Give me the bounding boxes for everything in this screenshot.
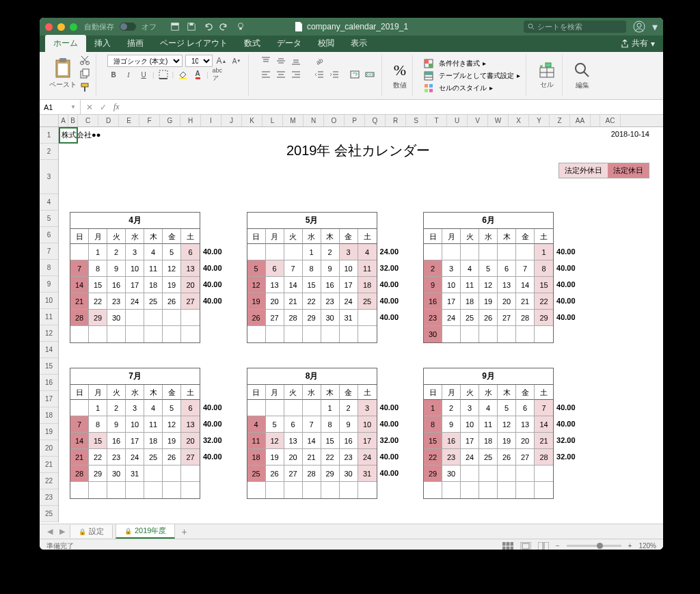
add-sheet-button[interactable]: + — [178, 526, 190, 537]
calendar-cell[interactable]: 20 — [181, 277, 200, 293]
save-icon[interactable] — [187, 22, 196, 31]
row-header[interactable]: 3 — [40, 160, 58, 194]
calendar-cell[interactable]: 6 — [498, 260, 516, 277]
maximize-button[interactable] — [70, 23, 77, 31]
calendar-cell[interactable]: 25 — [144, 449, 163, 465]
column-header[interactable]: M — [283, 115, 304, 126]
calendar-cell[interactable] — [266, 244, 284, 260]
calendar-cell[interactable]: 18 — [358, 277, 377, 293]
calendar-cell[interactable]: 14 — [284, 277, 303, 293]
calendar-cell[interactable]: 3 — [358, 400, 377, 416]
calendar-cell[interactable]: 16 — [442, 433, 461, 449]
calendar-cell[interactable]: 30 — [442, 465, 461, 482]
calendar-cell[interactable]: 27 — [266, 310, 284, 326]
calendar-cell[interactable]: 23 — [107, 293, 126, 310]
conditional-format-button[interactable]: 条件付き書式 ▸ — [424, 59, 520, 68]
calendar-cell[interactable] — [340, 482, 358, 498]
calendar-cell[interactable]: 7 — [70, 416, 89, 433]
column-header[interactable]: F — [139, 115, 160, 126]
calendar-cell[interactable]: 2 — [442, 400, 461, 416]
calendar-cell[interactable]: 28 — [284, 310, 303, 326]
calendar-cell[interactable]: 5 — [498, 400, 516, 416]
decrease-font-icon[interactable]: A▼ — [230, 55, 243, 67]
tab-review[interactable]: 校閲 — [310, 35, 342, 52]
calendar-cell[interactable]: 11 — [144, 416, 163, 433]
underline-button[interactable]: U — [137, 68, 150, 81]
calendar-cell[interactable]: 5 — [266, 416, 284, 433]
calendar-cell[interactable]: 13 — [516, 416, 535, 433]
calendar-cell[interactable]: 11 — [144, 260, 163, 277]
calendar-cell[interactable]: 19 — [479, 293, 498, 310]
calendar-cell[interactable]: 23 — [340, 449, 358, 465]
calendar-cell[interactable] — [442, 326, 461, 342]
column-header[interactable] — [591, 115, 600, 126]
calendar-cell[interactable]: 24 — [461, 449, 479, 465]
calendar-cell[interactable]: 1 — [303, 244, 321, 260]
calendar-cell[interactable]: 15 — [89, 277, 107, 293]
calendar-cell[interactable]: 10 — [442, 277, 461, 293]
calendar-cell[interactable]: 17 — [461, 433, 479, 449]
redo-icon[interactable] — [219, 22, 229, 31]
tab-draw[interactable]: 描画 — [119, 35, 152, 52]
share-button[interactable]: 共有 ▾ — [612, 35, 663, 52]
column-header[interactable]: L — [262, 115, 283, 126]
calendar-cell[interactable]: 11 — [358, 260, 377, 277]
calendar-cell[interactable]: 13 — [498, 277, 516, 293]
calendar-cell[interactable]: 12 — [247, 277, 266, 293]
calendar-cell[interactable]: 4 — [144, 244, 163, 260]
row-header[interactable]: 23 — [40, 489, 58, 506]
calendar-cell[interactable]: 25 — [479, 449, 498, 465]
calendar-cell[interactable]: 17 — [340, 277, 358, 293]
calendar-cell[interactable] — [284, 244, 303, 260]
calendar-cell[interactable]: 19 — [498, 433, 516, 449]
row-header[interactable]: 16 — [40, 375, 58, 391]
calendar-cell[interactable]: 27 — [181, 293, 200, 310]
calendar-cell[interactable]: 7 — [284, 260, 303, 277]
calendar-cell[interactable]: 12 — [266, 433, 284, 449]
column-header[interactable]: R — [386, 115, 406, 126]
sheet-next-icon[interactable]: ▶ — [57, 527, 67, 536]
cell-styles-button[interactable]: セルのスタイル ▸ — [424, 83, 520, 93]
calendar-cell[interactable] — [181, 310, 200, 326]
copy-icon[interactable] — [79, 68, 90, 79]
calendar-cell[interactable]: 17 — [442, 293, 461, 310]
calendar-cell[interactable]: 30 — [424, 326, 442, 342]
calendar-cell[interactable]: 4 — [358, 244, 377, 260]
calendar-cell[interactable] — [303, 482, 321, 498]
column-header[interactable]: V — [468, 115, 488, 126]
view-normal-icon[interactable] — [502, 542, 513, 550]
calendar-cell[interactable]: 6 — [181, 400, 200, 416]
calendar-cell[interactable]: 10 — [340, 260, 358, 277]
calendar-cell[interactable]: 17 — [358, 433, 377, 449]
calendar-cell[interactable]: 24 — [442, 310, 461, 326]
calendar-cell[interactable]: 15 — [424, 433, 442, 449]
row-header[interactable]: 19 — [40, 424, 58, 440]
calendar-cell[interactable]: 29 — [321, 465, 340, 482]
italic-button[interactable]: I — [122, 68, 135, 81]
fill-color-button[interactable] — [176, 68, 189, 81]
calendar-cell[interactable]: 17 — [126, 277, 144, 293]
confirm-formula-icon[interactable]: ✓ — [100, 103, 107, 112]
sheet-tab-settings[interactable]: 🔒設定 — [70, 525, 113, 538]
calendar-cell[interactable]: 13 — [284, 433, 303, 449]
table-format-button[interactable]: テーブルとして書式設定 ▸ — [424, 71, 520, 81]
zoom-slider[interactable] — [567, 545, 621, 547]
tab-insert[interactable]: 挿入 — [86, 35, 119, 52]
search-bar[interactable]: シートを検索 — [524, 21, 626, 33]
calendar-cell[interactable]: 19 — [163, 433, 181, 449]
row-header[interactable]: 22 — [40, 473, 58, 489]
zoom-out-button[interactable]: − — [556, 542, 560, 550]
row-header[interactable]: 7 — [40, 243, 58, 260]
merge-icon[interactable] — [364, 68, 376, 81]
calendar-cell[interactable]: 10 — [358, 416, 377, 433]
calendar-cell[interactable]: 9 — [321, 260, 340, 277]
calendar-cell[interactable] — [126, 310, 144, 326]
orientation-icon[interactable]: ab — [313, 55, 325, 67]
autosave-toggle[interactable] — [120, 23, 136, 31]
column-header[interactable]: B — [68, 115, 78, 126]
row-header[interactable]: 18 — [40, 407, 58, 424]
calendar-cell[interactable]: 19 — [163, 277, 181, 293]
calendar-cell[interactable] — [163, 465, 181, 482]
calendar-cell[interactable] — [535, 482, 553, 498]
calendar-cell[interactable]: 18 — [461, 293, 479, 310]
